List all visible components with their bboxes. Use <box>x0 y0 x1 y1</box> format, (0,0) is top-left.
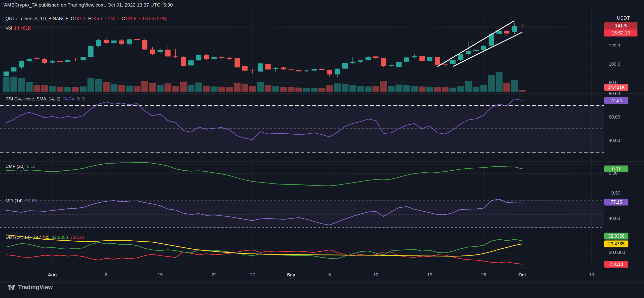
footer-branding[interactable]: TradingView <box>8 284 53 291</box>
time-label-month: Oct <box>518 272 526 278</box>
dmi-legend[interactable]: DMI (14, 14) 29.4785 32.9358 7.0118 <box>6 235 84 240</box>
rsi-legend[interactable]: RSI (14, close, SMA, 14, 2) 74.24 ∅ ∅ <box>6 96 86 102</box>
time-label-day: 12 <box>373 272 378 278</box>
dmi-adx-badge: 29.4785 <box>604 240 628 247</box>
last-price-badge: 141.5 15:52:10 <box>604 22 637 36</box>
price-tick: 120.0 <box>609 43 620 49</box>
time-label-month: Aug <box>48 272 57 278</box>
dmi-plus-di-badge: 32.9358 <box>604 233 628 239</box>
time-label-month: Sep <box>287 272 295 278</box>
rsi-tick: 80.00 <box>609 91 620 96</box>
time-label-day: 26 <box>481 272 486 278</box>
dmi-tick: 20.0000 <box>609 250 625 255</box>
symbol-legend[interactable]: QNT / TetherUS, 1D, BINANCE O141.8 H145.… <box>6 16 168 21</box>
volume-legend[interactable]: Vol 14.481K <box>6 26 31 31</box>
chart-canvas[interactable] <box>0 0 644 298</box>
channel-lower-trendline <box>453 32 522 66</box>
tradingview-chart-window: AMBCrypto_TA published on TradingView.co… <box>0 0 644 298</box>
dmi-adx-value: 29.4785 <box>33 235 49 240</box>
mfi-title: MFI (14) <box>6 198 23 204</box>
cmf-title: CMF (20) <box>6 164 25 169</box>
time-label-day: 6 <box>328 272 331 278</box>
time-label-day: 8 <box>105 272 107 278</box>
mfi-legend[interactable]: MFI (14) 77.15 <box>6 198 36 204</box>
axis-currency-label: USDT <box>617 15 630 21</box>
mfi-badge: 77.15 <box>604 199 628 205</box>
cmf-value: 0.11 <box>27 164 35 169</box>
symbol-title: QNT / TetherUS, 1D, BINANCE <box>6 16 68 21</box>
mfi-tick: 40.00 <box>609 216 620 221</box>
ohlc-readout: O141.8 H145.1 L140.1 C141.5 −0.3 (−0.21%… <box>71 16 167 21</box>
rsi-hidden-values: ∅ ∅ <box>76 96 85 102</box>
volume-badge: 14.481K <box>604 84 628 91</box>
dmi-minus-di-value: 7.0118 <box>70 235 84 240</box>
time-label-day: 27 <box>250 272 255 278</box>
cmf-legend[interactable]: CMF (20) 0.11 <box>6 164 35 169</box>
cmf-tick: −0.50 <box>609 191 620 196</box>
change-value: −0.3 (−0.21%) <box>139 16 168 21</box>
tradingview-logo-icon <box>8 284 16 290</box>
mfi-value: 77.15 <box>25 198 36 204</box>
rsi-title: RSI (14, close, SMA, 14, 2) <box>6 96 60 102</box>
tradingview-brand-text: TradingView <box>18 284 53 291</box>
last-price-value: 141.5 <box>604 22 637 29</box>
bar-countdown: 15:52:10 <box>604 29 637 36</box>
volume-label: Vol <box>6 26 12 31</box>
dmi-plus-di-value: 32.9358 <box>52 235 68 240</box>
time-label-day: 10 <box>589 272 594 278</box>
dmi-minus-di-badge: 7.0118 <box>604 261 628 268</box>
time-axis[interactable] <box>0 268 644 282</box>
volume-value: 14.481K <box>14 26 31 31</box>
time-label-day: 22 <box>212 272 217 278</box>
price-tick: 100.0 <box>609 62 620 67</box>
dmi-title: DMI (14, 14) <box>6 235 31 240</box>
rsi-badge: 74.24 <box>604 97 628 104</box>
rsi-value: 74.24 <box>63 96 74 102</box>
rsi-tick: 60.00 <box>609 115 620 120</box>
cmf-badge: 0.11 <box>604 165 628 172</box>
rsi-tick: 40.00 <box>609 138 620 143</box>
time-label-day: 15 <box>158 272 163 278</box>
time-label-day: 19 <box>427 272 432 278</box>
